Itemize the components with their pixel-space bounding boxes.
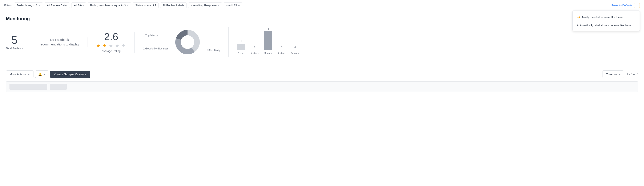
star-1: ★ xyxy=(96,43,101,48)
filter-chip-rating-text: Rating less than or equal to 3 xyxy=(90,4,126,7)
filters-label: Filters xyxy=(4,4,12,7)
bar-5stars: 0 5 stars xyxy=(291,46,299,55)
arrow-right-icon: ➜ xyxy=(577,14,580,20)
filter-chip-rating-close[interactable]: ✕ xyxy=(127,4,129,7)
dropdown-item-label[interactable]: Automatically label all new reviews like… xyxy=(573,22,640,29)
columns-chevron-icon xyxy=(619,73,621,75)
donut-label-tripadvisor: 1 TripAdvisor xyxy=(143,34,168,37)
facebook-stat: No Facebook recommendations to display xyxy=(31,38,88,47)
filter-bar: Filters Folder is any of 2 ✕ All Review … xyxy=(0,0,644,11)
reset-defaults-button[interactable]: Reset to Defaults xyxy=(612,4,632,7)
average-rating-stat: 2.6 ★ ★ ★ ★ ★ Average Rating xyxy=(88,32,135,52)
filter-chip-labels[interactable]: All Review Labels xyxy=(160,2,186,8)
dropdown-item-notify[interactable]: ➜ Notify me of all reviews like these xyxy=(573,12,640,22)
bar-1star: 1 1 star xyxy=(237,40,246,55)
action-bar: More Actions 🔔 Create Sample Reviews Col… xyxy=(0,67,644,82)
donut-label-firstparty-wrap: 2 First Party xyxy=(206,32,220,52)
table-ph-col2 xyxy=(50,84,67,90)
add-filter-button[interactable]: + Add Filter xyxy=(224,2,242,8)
bar-2stars-rect xyxy=(250,50,259,50)
filter-chip-folder-close[interactable]: ✕ xyxy=(39,4,40,7)
total-reviews-label: Total Reviews xyxy=(6,47,23,50)
donut-labels: 1 TripAdvisor 2 Google My Business xyxy=(143,34,168,50)
bar-chart-stat: 1 1 star 0 2 stars 4 3 stars 0 xyxy=(228,30,638,55)
main-content: Monitoring 5 Total Reviews No Facebook r… xyxy=(0,11,644,67)
star-4: ★ xyxy=(115,43,120,48)
bar-5stars-label: 5 stars xyxy=(291,52,299,55)
pagination-text: 1 - 5 of 5 xyxy=(626,72,638,76)
filter-chip-folder-text: Folder is any of 2 xyxy=(16,4,38,7)
bar-3stars: 4 3 stars xyxy=(264,27,272,55)
donut-chart xyxy=(173,27,202,57)
columns-label: Columns xyxy=(606,72,617,76)
bar-5stars-value: 0 xyxy=(294,46,296,49)
create-sample-reviews-button[interactable]: Create Sample Reviews xyxy=(50,71,90,78)
bar-3stars-label: 3 stars xyxy=(264,52,272,55)
filter-chip-status[interactable]: Status is any of 2 xyxy=(133,2,158,8)
filter-chip-dates[interactable]: All Review Dates xyxy=(44,2,70,8)
table-area xyxy=(0,82,644,92)
donut-label-firstparty: 2 First Party xyxy=(206,49,220,52)
table-ph-col1 xyxy=(10,84,47,90)
more-options-icon: ··· xyxy=(636,4,638,7)
more-options-button[interactable]: ··· xyxy=(634,3,640,8)
facebook-line1: No Facebook recommendations to display xyxy=(40,38,79,47)
bar-1star-label: 1 star xyxy=(238,52,244,55)
bar-2stars-label: 2 stars xyxy=(251,52,258,55)
page-title: Monitoring xyxy=(6,16,638,22)
bar-3stars-rect xyxy=(264,31,272,50)
filter-chip-rating[interactable]: Rating less than or equal to 3 ✕ xyxy=(88,2,131,8)
filter-chip-folder[interactable]: Folder is any of 2 ✕ xyxy=(14,2,43,8)
action-bar-right: Columns 1 - 5 of 5 xyxy=(602,70,638,78)
bar-5stars-rect xyxy=(291,50,299,50)
bar-4stars-label: 4 stars xyxy=(278,52,286,55)
bar-4stars-value: 0 xyxy=(281,46,282,49)
donut-label-google: 2 Google My Business xyxy=(143,47,168,50)
filter-chip-dates-text: All Review Dates xyxy=(47,4,68,7)
dropdown-popup: ➜ Notify me of all reviews like these Au… xyxy=(572,10,640,31)
bar-4stars-rect xyxy=(278,50,286,50)
rating-stars: ★ ★ ★ ★ ★ xyxy=(96,43,126,48)
more-actions-button[interactable]: More Actions xyxy=(6,70,34,78)
table-placeholder-inner xyxy=(6,84,70,90)
bell-button[interactable]: 🔔 xyxy=(35,70,48,78)
filter-chip-sites-text: All Sites xyxy=(74,4,84,7)
bar-4stars: 0 4 stars xyxy=(278,46,286,55)
filter-chip-awaiting-text: Is Awaiting Response xyxy=(190,4,216,7)
bar-2stars: 0 2 stars xyxy=(250,46,259,55)
filter-chip-sites[interactable]: All Sites xyxy=(72,2,86,8)
dropdown-label-text: Automatically label all new reviews like… xyxy=(577,24,631,27)
star-3: ★ xyxy=(109,43,114,48)
filter-chip-awaiting[interactable]: Is Awaiting Response ✕ xyxy=(188,2,222,8)
bar-2stars-value: 0 xyxy=(254,46,256,49)
table-placeholder xyxy=(6,82,638,92)
bar-1star-value: 1 xyxy=(240,40,242,43)
total-reviews-stat: 5 Total Reviews xyxy=(6,34,31,50)
rating-number: 2.6 xyxy=(96,32,126,42)
more-actions-label: More Actions xyxy=(10,72,26,76)
total-reviews-number: 5 xyxy=(6,34,23,46)
add-filter-label: + Add Filter xyxy=(226,4,240,7)
filter-chip-status-text: Status is any of 2 xyxy=(135,4,156,7)
bar-chart: 1 1 star 0 2 stars 4 3 stars 0 xyxy=(237,30,634,55)
bar-3stars-value: 4 xyxy=(268,27,269,30)
filter-bar-right: Reset to Defaults ··· xyxy=(612,3,640,8)
filter-chip-awaiting-close[interactable]: ✕ xyxy=(218,4,220,7)
dropdown-notify-text: Notify me of all reviews like these xyxy=(582,16,622,19)
svg-point-4 xyxy=(181,35,194,49)
donut-chart-stat: 1 TripAdvisor 2 Google My Business xyxy=(135,27,228,57)
bell-chevron-icon xyxy=(43,73,45,75)
filter-chip-labels-text: All Review Labels xyxy=(162,4,184,7)
star-5: ★ xyxy=(122,43,126,48)
rating-label: Average Rating xyxy=(96,50,126,52)
bell-icon: 🔔 xyxy=(38,72,42,76)
bar-1star-rect xyxy=(237,44,246,50)
columns-button[interactable]: Columns xyxy=(602,70,624,78)
star-2: ★ xyxy=(102,43,107,48)
more-actions-chevron-icon xyxy=(28,73,30,75)
stats-row: 5 Total Reviews No Facebook recommendati… xyxy=(6,27,638,57)
